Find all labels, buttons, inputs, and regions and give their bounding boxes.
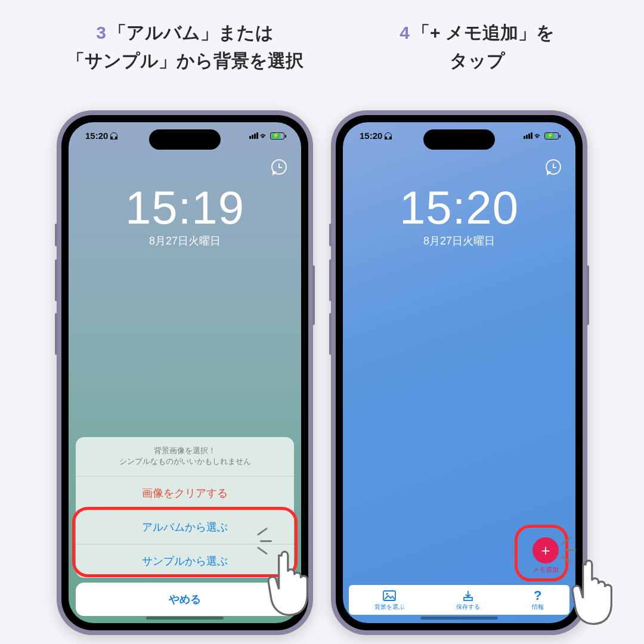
lock-clock: 15:20 8月27日火曜日 <box>343 181 575 248</box>
cellular-icon <box>524 132 532 139</box>
clock-date: 8月27日火曜日 <box>343 234 575 248</box>
bottom-toolbar: 背景を選ぶ 保存する ? 情報 <box>349 585 569 615</box>
battery-charging-icon: ⚡ <box>544 132 559 140</box>
step-3-caption: 3「アルバム」または「サンプル」から背景を選択 <box>42 19 328 75</box>
cellular-icon <box>249 132 258 139</box>
fab-label: メモ追加 <box>532 565 559 574</box>
headphones-icon <box>385 132 392 140</box>
step-4-caption: 4「+ メモ追加」をタップ <box>334 19 620 75</box>
plus-icon[interactable]: + <box>532 537 559 564</box>
add-memo-fab[interactable]: + メモ追加 <box>532 537 559 574</box>
sheet-from-album[interactable]: アルバムから選ぶ <box>76 510 294 544</box>
phone-mockup-right: 15:20 ᯤ ⚡ 15:20 8月27日火曜日 + メモ追加 背景を選ぶ <box>331 110 587 635</box>
download-icon <box>456 589 480 602</box>
action-sheet: 背景画像を選択！ シンプルなものがいいかもしれません 画像をクリアする アルバム… <box>76 437 294 617</box>
toolbar-info[interactable]: ? 情報 <box>532 589 544 611</box>
wifi-icon: ᯤ <box>534 132 543 140</box>
clock-time: 15:20 <box>343 181 575 235</box>
question-icon: ? <box>532 589 544 602</box>
toolbar-background[interactable]: 背景を選ぶ <box>374 589 404 611</box>
svg-point-1 <box>386 593 389 595</box>
phone-mockup-left: 15:20 ᯤ ⚡ 15:19 8月27日火曜日 背景画像を選択！ シンプルなも… <box>57 110 313 635</box>
lock-clock: 15:19 8月27日火曜日 <box>69 181 301 248</box>
clock-time: 15:19 <box>69 181 301 235</box>
home-indicator <box>420 617 498 620</box>
image-icon <box>374 589 404 602</box>
clock-date: 8月27日火曜日 <box>69 234 301 248</box>
status-time: 15:20 <box>85 131 108 141</box>
step-number-3: 3 <box>96 23 106 42</box>
sheet-header: 背景画像を選択！ シンプルなものがいいかもしれません <box>76 437 294 476</box>
headphones-icon <box>110 132 117 140</box>
status-time: 15:20 <box>360 131 382 141</box>
toolbar-save[interactable]: 保存する <box>456 589 480 611</box>
sheet-cancel[interactable]: やめる <box>76 583 294 616</box>
step-number-4: 4 <box>400 23 410 42</box>
battery-charging-icon: ⚡ <box>270 132 284 140</box>
sheet-clear-image[interactable]: 画像をクリアする <box>76 476 294 510</box>
step-4-text: 「+ メモ追加」をタップ <box>412 23 555 70</box>
wifi-icon: ᯤ <box>260 132 268 140</box>
status-bar: 15:20 ᯤ ⚡ <box>69 131 301 141</box>
status-bar: 15:20 ᯤ ⚡ <box>343 131 575 141</box>
home-indicator <box>146 617 224 620</box>
svg-rect-2 <box>464 597 472 600</box>
